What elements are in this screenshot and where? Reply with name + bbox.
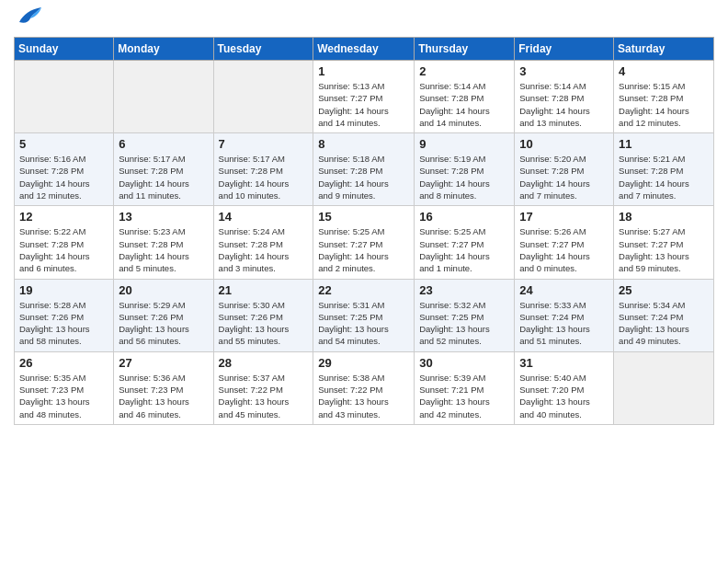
day-number: 17 — [519, 210, 609, 224]
calendar-cell: 26Sunrise: 5:35 AM Sunset: 7:23 PM Dayli… — [15, 351, 114, 424]
day-number: 22 — [318, 283, 409, 297]
day-info: Sunrise: 5:40 AM Sunset: 7:20 PM Dayligh… — [519, 372, 609, 420]
calendar-cell: 23Sunrise: 5:32 AM Sunset: 7:25 PM Dayli… — [415, 279, 515, 351]
day-info: Sunrise: 5:36 AM Sunset: 7:23 PM Dayligh… — [119, 372, 208, 420]
calendar-cell — [114, 61, 213, 133]
day-number: 12 — [19, 210, 108, 224]
weekday-tuesday: Tuesday — [213, 38, 313, 61]
calendar-cell: 8Sunrise: 5:18 AM Sunset: 7:28 PM Daylig… — [313, 133, 415, 206]
calendar-cell: 20Sunrise: 5:29 AM Sunset: 7:26 PM Dayli… — [114, 279, 213, 351]
calendar-cell: 25Sunrise: 5:34 AM Sunset: 7:24 PM Dayli… — [614, 279, 714, 351]
day-info: Sunrise: 5:21 AM Sunset: 7:28 PM Dayligh… — [619, 153, 709, 201]
day-info: Sunrise: 5:23 AM Sunset: 7:28 PM Dayligh… — [119, 225, 208, 274]
calendar-cell: 28Sunrise: 5:37 AM Sunset: 7:22 PM Dayli… — [213, 351, 313, 424]
weekday-sunday: Sunday — [15, 38, 114, 61]
day-number: 1 — [318, 64, 409, 78]
day-number: 13 — [119, 210, 208, 224]
calendar-cell: 14Sunrise: 5:24 AM Sunset: 7:28 PM Dayli… — [213, 206, 313, 279]
day-info: Sunrise: 5:22 AM Sunset: 7:28 PM Dayligh… — [19, 225, 108, 274]
weekday-wednesday: Wednesday — [313, 38, 415, 61]
day-info: Sunrise: 5:30 AM Sunset: 7:26 PM Dayligh… — [219, 299, 309, 348]
calendar-cell: 4Sunrise: 5:15 AM Sunset: 7:28 PM Daylig… — [614, 61, 714, 133]
calendar-cell — [614, 351, 714, 424]
calendar-cell: 5Sunrise: 5:16 AM Sunset: 7:28 PM Daylig… — [15, 133, 114, 206]
calendar-cell: 7Sunrise: 5:17 AM Sunset: 7:28 PM Daylig… — [213, 133, 313, 206]
calendar-cell: 29Sunrise: 5:38 AM Sunset: 7:22 PM Dayli… — [313, 351, 415, 424]
day-number: 31 — [519, 356, 609, 370]
day-info: Sunrise: 5:19 AM Sunset: 7:28 PM Dayligh… — [419, 153, 509, 201]
day-number: 25 — [619, 283, 709, 297]
calendar-cell: 3Sunrise: 5:14 AM Sunset: 7:28 PM Daylig… — [515, 61, 614, 133]
day-number: 23 — [419, 283, 509, 297]
day-number: 2 — [419, 64, 509, 78]
day-number: 5 — [19, 137, 108, 151]
logo — [14, 9, 43, 29]
calendar-cell: 22Sunrise: 5:31 AM Sunset: 7:25 PM Dayli… — [313, 279, 415, 351]
day-number: 27 — [119, 356, 208, 370]
day-info: Sunrise: 5:16 AM Sunset: 7:28 PM Dayligh… — [19, 153, 108, 201]
calendar-cell: 19Sunrise: 5:28 AM Sunset: 7:26 PM Dayli… — [15, 279, 114, 351]
day-info: Sunrise: 5:39 AM Sunset: 7:21 PM Dayligh… — [419, 372, 509, 420]
day-info: Sunrise: 5:33 AM Sunset: 7:24 PM Dayligh… — [519, 299, 609, 348]
calendar-cell: 9Sunrise: 5:19 AM Sunset: 7:28 PM Daylig… — [415, 133, 515, 206]
calendar-cell: 11Sunrise: 5:21 AM Sunset: 7:28 PM Dayli… — [614, 133, 714, 206]
day-number: 10 — [519, 137, 609, 151]
calendar-week-5: 26Sunrise: 5:35 AM Sunset: 7:23 PM Dayli… — [15, 351, 714, 424]
day-number: 7 — [219, 137, 309, 151]
day-number: 26 — [19, 356, 108, 370]
day-info: Sunrise: 5:35 AM Sunset: 7:23 PM Dayligh… — [19, 372, 108, 420]
day-info: Sunrise: 5:29 AM Sunset: 7:26 PM Dayligh… — [119, 299, 208, 348]
calendar-cell — [213, 61, 313, 133]
day-info: Sunrise: 5:17 AM Sunset: 7:28 PM Dayligh… — [119, 153, 208, 201]
calendar-cell: 30Sunrise: 5:39 AM Sunset: 7:21 PM Dayli… — [415, 351, 515, 424]
day-info: Sunrise: 5:38 AM Sunset: 7:22 PM Dayligh… — [318, 372, 409, 420]
calendar-cell: 18Sunrise: 5:27 AM Sunset: 7:27 PM Dayli… — [614, 206, 714, 279]
calendar-cell: 15Sunrise: 5:25 AM Sunset: 7:27 PM Dayli… — [313, 206, 415, 279]
day-info: Sunrise: 5:26 AM Sunset: 7:27 PM Dayligh… — [519, 225, 609, 274]
calendar-cell: 13Sunrise: 5:23 AM Sunset: 7:28 PM Dayli… — [114, 206, 213, 279]
day-info: Sunrise: 5:24 AM Sunset: 7:28 PM Dayligh… — [219, 225, 309, 274]
calendar-cell: 12Sunrise: 5:22 AM Sunset: 7:28 PM Dayli… — [15, 206, 114, 279]
day-info: Sunrise: 5:13 AM Sunset: 7:27 PM Dayligh… — [318, 80, 409, 129]
day-number: 30 — [419, 356, 509, 370]
weekday-monday: Monday — [114, 38, 213, 61]
day-number: 20 — [119, 283, 208, 297]
calendar-cell — [15, 61, 114, 133]
logo-bird-icon — [17, 6, 43, 29]
calendar-cell: 2Sunrise: 5:14 AM Sunset: 7:28 PM Daylig… — [415, 61, 515, 133]
calendar-page: SundayMondayTuesdayWednesdayThursdayFrid… — [0, 0, 728, 563]
weekday-header-row: SundayMondayTuesdayWednesdayThursdayFrid… — [15, 38, 714, 61]
day-info: Sunrise: 5:25 AM Sunset: 7:27 PM Dayligh… — [318, 225, 409, 274]
day-number: 4 — [619, 64, 709, 78]
day-info: Sunrise: 5:25 AM Sunset: 7:27 PM Dayligh… — [419, 225, 509, 274]
calendar-cell: 17Sunrise: 5:26 AM Sunset: 7:27 PM Dayli… — [515, 206, 614, 279]
calendar-cell: 21Sunrise: 5:30 AM Sunset: 7:26 PM Dayli… — [213, 279, 313, 351]
day-number: 6 — [119, 137, 208, 151]
day-info: Sunrise: 5:15 AM Sunset: 7:28 PM Dayligh… — [619, 80, 709, 129]
day-info: Sunrise: 5:28 AM Sunset: 7:26 PM Dayligh… — [19, 299, 108, 348]
day-info: Sunrise: 5:32 AM Sunset: 7:25 PM Dayligh… — [419, 299, 509, 348]
day-number: 8 — [318, 137, 409, 151]
day-number: 15 — [318, 210, 409, 224]
day-info: Sunrise: 5:18 AM Sunset: 7:28 PM Dayligh… — [318, 153, 409, 201]
day-info: Sunrise: 5:17 AM Sunset: 7:28 PM Dayligh… — [219, 153, 309, 201]
day-info: Sunrise: 5:14 AM Sunset: 7:28 PM Dayligh… — [419, 80, 509, 129]
day-number: 29 — [318, 356, 409, 370]
calendar-week-1: 1Sunrise: 5:13 AM Sunset: 7:27 PM Daylig… — [15, 61, 714, 133]
calendar-cell: 16Sunrise: 5:25 AM Sunset: 7:27 PM Dayli… — [415, 206, 515, 279]
weekday-friday: Friday — [515, 38, 614, 61]
calendar-cell: 6Sunrise: 5:17 AM Sunset: 7:28 PM Daylig… — [114, 133, 213, 206]
day-number: 18 — [619, 210, 709, 224]
day-number: 16 — [419, 210, 509, 224]
day-number: 9 — [419, 137, 509, 151]
day-number: 14 — [219, 210, 309, 224]
day-info: Sunrise: 5:31 AM Sunset: 7:25 PM Dayligh… — [318, 299, 409, 348]
header — [14, 9, 714, 29]
calendar-cell: 31Sunrise: 5:40 AM Sunset: 7:20 PM Dayli… — [515, 351, 614, 424]
calendar-cell: 24Sunrise: 5:33 AM Sunset: 7:24 PM Dayli… — [515, 279, 614, 351]
day-info: Sunrise: 5:14 AM Sunset: 7:28 PM Dayligh… — [519, 80, 609, 129]
day-info: Sunrise: 5:27 AM Sunset: 7:27 PM Dayligh… — [619, 225, 709, 274]
calendar-week-2: 5Sunrise: 5:16 AM Sunset: 7:28 PM Daylig… — [15, 133, 714, 206]
weekday-saturday: Saturday — [614, 38, 714, 61]
calendar-cell: 10Sunrise: 5:20 AM Sunset: 7:28 PM Dayli… — [515, 133, 614, 206]
